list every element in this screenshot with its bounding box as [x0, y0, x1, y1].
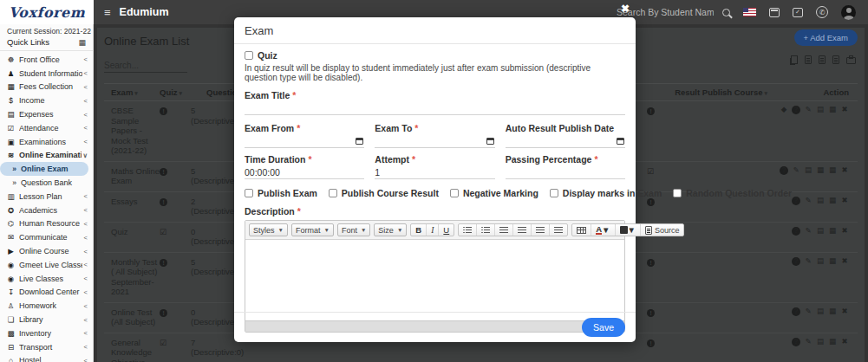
card-action-icon[interactable]: ▦ — [828, 307, 837, 316]
column-header-quiz[interactable]: Quiz▾ — [160, 87, 191, 97]
sidebar-item-income[interactable]: $ Income < — [0, 94, 93, 107]
column-header-exam[interactable]: Exam▾ — [104, 87, 160, 97]
sidebar-item-fees-collection[interactable]: ▦ Fees Collection < — [0, 81, 93, 94]
size-dropdown[interactable]: Size▼ — [374, 223, 407, 236]
tag-action-icon[interactable]: ◆ — [780, 106, 788, 114]
pencil-action-icon[interactable]: ✎ — [804, 338, 813, 346]
column-header-result-publish[interactable]: Result Publish Course▾ — [616, 87, 767, 97]
pencil-action-icon[interactable]: ✎ — [804, 257, 813, 266]
save-button[interactable]: Save — [582, 318, 625, 337]
option-checkbox[interactable] — [550, 189, 558, 197]
close-action-icon[interactable]: ✖ — [840, 197, 849, 205]
sidebar-item-online-course[interactable]: ▶ Online Course < — [0, 244, 93, 258]
card-action-icon[interactable]: ▦ — [828, 338, 837, 346]
option-checkbox[interactable] — [673, 189, 682, 197]
sidebar-item-academics[interactable]: ✪ Academics < — [0, 204, 93, 217]
sidebar-item-online-exam[interactable]: » Online Exam — [0, 162, 88, 176]
user-avatar[interactable] — [841, 5, 856, 20]
align-justify-icon[interactable] — [549, 224, 567, 236]
todo-icon[interactable]: ✓ — [793, 8, 803, 17]
calendar-icon[interactable] — [356, 138, 363, 145]
sidebar-item-hostel[interactable]: ⌂ Hostel < — [0, 354, 93, 362]
calendar-icon[interactable] — [617, 138, 624, 145]
question-action-icon[interactable]: ? — [792, 307, 800, 316]
grid-icon[interactable]: ▦ — [78, 38, 86, 47]
pencil-action-icon[interactable]: ✎ — [792, 166, 800, 175]
align-right-icon[interactable] — [531, 224, 549, 236]
bold-button[interactable]: B — [411, 224, 426, 236]
table-search-input[interactable] — [104, 61, 187, 73]
close-action-icon[interactable]: ✖ — [840, 166, 849, 175]
italic-button[interactable]: I — [426, 224, 438, 236]
underline-button[interactable]: U — [438, 224, 454, 236]
sidebar-item-front-office[interactable]: ☸ Front Office < — [0, 53, 93, 67]
insert-table-icon[interactable] — [572, 224, 591, 236]
close-icon[interactable]: ✖ — [621, 3, 630, 15]
sidebar-item-download-center[interactable]: ↧ Download Center < — [0, 286, 93, 300]
close-action-icon[interactable]: ✖ — [840, 227, 849, 236]
sidebar-item-question-bank[interactable]: » Question Bank — [0, 176, 93, 190]
option-checkbox[interactable] — [450, 189, 459, 197]
time-duration-input[interactable] — [245, 165, 364, 179]
file-action-icon[interactable]: ▤ — [816, 106, 825, 114]
card-action-icon[interactable]: ▦ — [828, 166, 837, 175]
question-action-icon[interactable]: ? — [792, 257, 800, 266]
close-action-icon[interactable]: ✖ — [840, 307, 849, 316]
calendar-icon[interactable] — [486, 138, 494, 145]
question-action-icon[interactable]: ? — [792, 227, 800, 236]
pencil-action-icon[interactable]: ✎ — [804, 197, 813, 205]
hamburger-icon[interactable]: ≡ — [104, 6, 111, 19]
sidebar-item-online-examinations[interactable]: ≋ Online Examinations ∨ — [0, 149, 93, 163]
bullet-list-icon[interactable] — [476, 224, 494, 236]
exam-to-input[interactable] — [375, 134, 494, 148]
card-action-icon[interactable]: ▦ — [828, 257, 837, 266]
sidebar-item-lesson-plan[interactable]: ▥ Lesson Plan < — [0, 190, 93, 204]
attempt-input[interactable] — [375, 165, 494, 179]
sidebar-item-expenses[interactable]: ▤ Expenses < — [0, 107, 93, 121]
sidebar-item-inventory[interactable]: ▩ Inventory < — [0, 326, 93, 340]
sidebar-item-live-classes[interactable]: ◉ Live Classes < — [0, 272, 93, 286]
sidebar-item-library[interactable]: ❏ Library < — [0, 313, 93, 326]
file-action-icon[interactable]: ▤ — [816, 307, 825, 316]
format-dropdown[interactable]: Format▼ — [291, 223, 334, 236]
option-checkbox[interactable] — [245, 189, 253, 197]
file-action-icon[interactable]: ▤ — [804, 166, 813, 175]
sidebar-item-homework[interactable]: ♙ Homework < — [0, 299, 93, 313]
language-flag-icon[interactable] — [743, 8, 756, 16]
sidebar-item-examinations[interactable]: ▣ Examinations < — [0, 135, 93, 149]
align-center-icon[interactable] — [512, 224, 531, 236]
pencil-action-icon[interactable]: ✎ — [804, 227, 813, 236]
print-icon[interactable] — [846, 57, 856, 64]
file-action-icon[interactable]: ▤ — [816, 257, 825, 266]
question-action-icon[interactable]: ? — [792, 338, 800, 346]
pencil-action-icon[interactable]: ✎ — [804, 307, 813, 316]
card-action-icon[interactable]: ▦ — [816, 166, 825, 175]
exam-title-input[interactable] — [245, 101, 625, 115]
source-button[interactable]: Source — [640, 224, 684, 236]
description-textarea[interactable] — [245, 240, 624, 320]
sidebar-item-transport[interactable]: ⊟ Transport < — [0, 340, 93, 354]
question-action-icon[interactable]: ? — [792, 106, 800, 114]
sidebar-item-gmeet-live-classes[interactable]: ◉ Gmeet Live Classes < — [0, 258, 93, 272]
chat-icon[interactable]: ✆ — [816, 6, 828, 18]
file-action-icon[interactable]: ▤ — [816, 197, 825, 205]
auto-result-publish-input[interactable] — [506, 134, 625, 148]
sidebar-item-student-information[interactable]: ♟ Student Information < — [0, 67, 93, 81]
text-color-icon[interactable]: A▼ — [591, 224, 614, 236]
question-action-icon[interactable]: ? — [780, 166, 788, 175]
quick-links[interactable]: Quick Links ▦ — [0, 36, 93, 51]
question-action-icon[interactable]: ? — [792, 197, 800, 205]
sidebar-item-communicate[interactable]: ✉ Communicate < — [0, 230, 93, 244]
styles-dropdown[interactable]: Styles▼ — [249, 223, 288, 236]
student-search-input[interactable] — [617, 7, 714, 17]
copy-export-icon[interactable] — [791, 55, 798, 64]
add-exam-button[interactable]: + Add Exam — [794, 29, 858, 46]
background-color-icon[interactable]: ▼ — [615, 224, 640, 236]
sidebar-item-human-resource[interactable]: ⌬ Human Resource < — [0, 217, 93, 231]
align-left-icon[interactable] — [494, 224, 512, 236]
sidebar-item-attendance[interactable]: ☑ Attendance < — [0, 121, 93, 135]
exam-from-input[interactable] — [245, 134, 364, 148]
search-icon[interactable] — [722, 9, 730, 16]
card-action-icon[interactable]: ▦ — [828, 197, 837, 205]
file-action-icon[interactable]: ▤ — [816, 227, 825, 236]
